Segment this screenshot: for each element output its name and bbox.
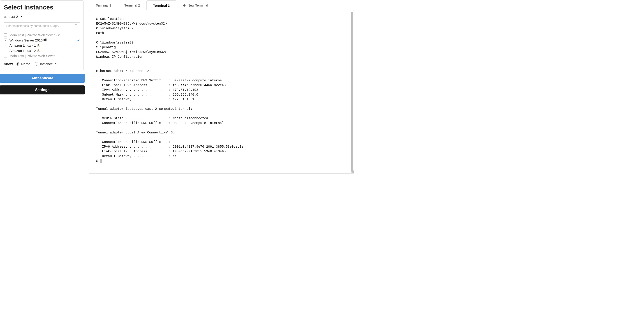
terminal-wrap: $ Get-location EC2AMAZ-S2N90MS|C:\Window… [89, 10, 354, 174]
instance-label: Main Test | Private Web Sever - 1 [10, 54, 60, 58]
region-dropdown[interactable]: us-east-2 ▼ [4, 15, 80, 20]
instance-label: Amazon Linux - 2🐧 [10, 49, 40, 52]
page-title: Select Instances [4, 4, 80, 11]
radio[interactable] [35, 62, 38, 66]
instance-row[interactable]: Windows Server 2016✔ [4, 38, 80, 43]
search-input[interactable] [4, 22, 80, 29]
svg-rect-4 [44, 40, 45, 41]
new-tab-button[interactable]: ✚New Terminal [176, 0, 214, 10]
main: Terminal 1Terminal 2Terminal 3✚New Termi… [89, 0, 354, 174]
checkbox[interactable] [4, 44, 7, 47]
svg-point-0 [75, 24, 77, 26]
radio-label: Instance Id [40, 62, 56, 66]
show-label: Show [4, 62, 13, 66]
checkbox[interactable] [4, 54, 7, 57]
chevron-down-icon: ▼ [20, 15, 22, 18]
cursor [100, 159, 102, 163]
tabs: Terminal 1Terminal 2Terminal 3✚New Termi… [89, 0, 354, 10]
instance-label: Windows Server 2016 [10, 38, 46, 42]
instance-label: Main Test | Private Web Sever - 2 [10, 33, 60, 37]
instance-label: Amazon Linux - 1🐧 [10, 43, 40, 47]
region-label: us-east-2 [4, 15, 18, 18]
windows-icon [44, 39, 46, 42]
tab[interactable]: Terminal 3 [146, 0, 176, 10]
radio-label: Name [21, 62, 30, 66]
search-wrap [4, 22, 80, 29]
linux-icon: 🐧 [37, 44, 40, 47]
authenticate-button[interactable]: Authenticate [0, 74, 84, 83]
instance-row[interactable]: Main Test | Private Web Sever - 1 [4, 53, 80, 58]
radio[interactable] [16, 62, 20, 66]
plus-icon: ✚ [183, 3, 186, 7]
instance-row[interactable]: Amazon Linux - 1🐧 [4, 43, 80, 48]
checkbox[interactable] [4, 33, 7, 37]
instance-row[interactable]: Amazon Linux - 2🐧 [4, 48, 80, 53]
checkbox[interactable] [4, 49, 7, 52]
sidebar: Select Instances us-east-2 ▼ Main Test |… [0, 0, 84, 174]
svg-rect-5 [45, 40, 46, 41]
linux-icon: 🐧 [37, 49, 40, 52]
scrollbar[interactable] [351, 12, 353, 172]
check-icon: ✔ [77, 38, 80, 42]
settings-button[interactable]: Settings [0, 85, 84, 94]
svg-rect-2 [44, 39, 45, 40]
new-tab-label: New Terminal [188, 3, 208, 7]
radio-option[interactable]: Name [16, 62, 30, 66]
search-icon [75, 24, 78, 28]
sidebar-card: Select Instances us-east-2 ▼ Main Test |… [0, 0, 84, 70]
show-row: Show NameInstance Id [4, 62, 80, 66]
svg-line-1 [77, 26, 78, 26]
radio-option[interactable]: Instance Id [35, 62, 56, 66]
terminal[interactable]: $ Get-location EC2AMAZ-S2N90MS|C:\Window… [89, 10, 354, 173]
instance-list: Main Test | Private Web Sever - 2Windows… [4, 32, 80, 58]
instance-row[interactable]: Main Test | Private Web Sever - 2 [4, 32, 80, 38]
checkbox[interactable] [4, 38, 7, 42]
svg-rect-3 [45, 38, 46, 40]
tab[interactable]: Terminal 2 [118, 0, 146, 10]
resize-handle-icon[interactable] [350, 170, 354, 173]
tab[interactable]: Terminal 1 [89, 0, 118, 10]
